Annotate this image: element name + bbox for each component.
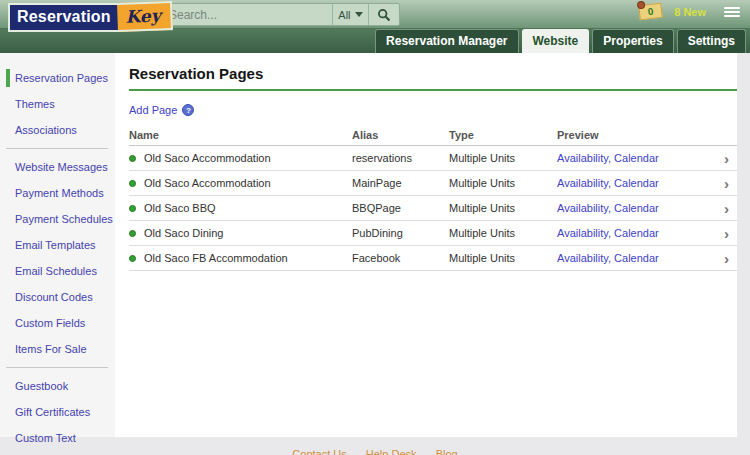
availability-link[interactable]: Availability xyxy=(557,227,608,239)
sidebar-item-email-templates[interactable]: Email Templates xyxy=(0,232,115,258)
calendar-link[interactable]: Calendar xyxy=(614,227,659,239)
calendar-link[interactable]: Calendar xyxy=(614,177,659,189)
page-alias: MainPage xyxy=(352,177,449,189)
sidebar-item-label: Items For Sale xyxy=(15,343,87,355)
footer-link-blog[interactable]: Blog xyxy=(436,448,458,455)
main-nav-tabs: Reservation Manager Website Properties S… xyxy=(0,29,750,53)
sidebar-item-email-schedules[interactable]: Email Schedules xyxy=(0,258,115,284)
page-alias: Facebook xyxy=(352,252,449,264)
status-dot-icon xyxy=(129,155,136,162)
help-icon[interactable]: ? xyxy=(182,104,194,116)
availability-link[interactable]: Availability xyxy=(557,152,608,164)
sidebar-item-discount-codes[interactable]: Discount Codes xyxy=(0,284,115,310)
new-reservations-link[interactable]: 8 New xyxy=(674,6,706,18)
page-name: Old Saco BBQ xyxy=(144,202,216,214)
chevron-down-icon xyxy=(355,12,363,17)
page-name: Old Saco Accommodation xyxy=(144,177,271,189)
column-header-alias: Alias xyxy=(352,129,449,141)
sidebar-item-label: Themes xyxy=(15,98,55,110)
sidebar-divider xyxy=(6,148,108,149)
page-name: Old Saco FB Accommodation xyxy=(144,252,288,264)
calendar-link[interactable]: Calendar xyxy=(614,202,659,214)
sidebar: Reservation Pages Themes Associations We… xyxy=(0,53,115,437)
sidebar-item-label: Gift Certificates xyxy=(15,406,90,418)
search-scope-dropdown[interactable]: All xyxy=(332,4,368,25)
sidebar-item-associations[interactable]: Associations xyxy=(0,117,115,143)
page-type: Multiple Units xyxy=(449,177,557,189)
page-name: Old Saco Accommodation xyxy=(144,152,271,164)
availability-link[interactable]: Availability xyxy=(557,252,608,264)
sidebar-item-label: Email Schedules xyxy=(15,265,97,277)
search-icon xyxy=(377,8,391,22)
search-bar: All xyxy=(160,3,400,26)
calendar-link[interactable]: Calendar xyxy=(614,252,659,264)
availability-link[interactable]: Availability xyxy=(557,177,608,189)
title-divider xyxy=(129,89,737,91)
sidebar-item-label: Discount Codes xyxy=(15,291,93,303)
page-type: Multiple Units xyxy=(449,227,557,239)
sidebar-item-label: Custom Text xyxy=(15,432,76,444)
chevron-right-icon[interactable]: › xyxy=(724,200,729,217)
sidebar-item-themes[interactable]: Themes xyxy=(0,91,115,117)
sidebar-item-label: Associations xyxy=(15,124,77,136)
status-dot-icon xyxy=(129,180,136,187)
status-dot-icon xyxy=(129,230,136,237)
chevron-right-icon[interactable]: › xyxy=(724,175,729,192)
app-logo[interactable]: Reservation Key xyxy=(8,3,173,32)
sidebar-item-label: Custom Fields xyxy=(15,317,85,329)
footer: Contact Us Help Desk Blog xyxy=(0,448,750,455)
logo-text-reservation: Reservation xyxy=(8,3,118,32)
sidebar-divider xyxy=(6,367,108,368)
chevron-right-icon[interactable]: › xyxy=(724,225,729,242)
footer-link-help-desk[interactable]: Help Desk xyxy=(366,448,417,455)
column-header-name: Name xyxy=(129,129,352,141)
table-row[interactable]: Old Saco Accommodation reservations Mult… xyxy=(129,146,737,171)
page-alias: reservations xyxy=(352,152,449,164)
sidebar-item-website-messages[interactable]: Website Messages xyxy=(0,154,115,180)
sidebar-item-guestbook[interactable]: Guestbook xyxy=(0,373,115,399)
sidebar-item-reservation-pages[interactable]: Reservation Pages xyxy=(0,65,115,91)
status-dot-icon xyxy=(129,205,136,212)
footer-link-contact[interactable]: Contact Us xyxy=(292,448,346,455)
page-type: Multiple Units xyxy=(449,202,557,214)
table-row[interactable]: Old Saco FB Accommodation Facebook Multi… xyxy=(129,246,737,271)
tab-website[interactable]: Website xyxy=(522,29,590,53)
sidebar-item-label: Payment Methods xyxy=(15,187,104,199)
active-indicator xyxy=(6,69,10,87)
sidebar-item-label: Payment Schedules xyxy=(15,213,113,225)
table-header-row: Name Alias Type Preview xyxy=(129,124,737,146)
chevron-right-icon[interactable]: › xyxy=(724,150,729,167)
page-type: Multiple Units xyxy=(449,152,557,164)
sidebar-item-items-for-sale[interactable]: Items For Sale xyxy=(0,336,115,362)
search-button[interactable] xyxy=(368,4,399,25)
notification-area: 0 8 New xyxy=(639,4,740,19)
table-row[interactable]: Old Saco BBQ BBQPage Multiple Units Avai… xyxy=(129,196,737,221)
menu-icon[interactable] xyxy=(724,5,740,19)
sidebar-item-payment-schedules[interactable]: Payment Schedules xyxy=(0,206,115,232)
column-header-type: Type xyxy=(449,129,557,141)
main-content: Reservation Pages Add Page ? Name Alias … xyxy=(115,53,737,437)
logo-text-key: Key xyxy=(117,1,173,32)
sidebar-item-label: Reservation Pages xyxy=(15,72,108,84)
table-row[interactable]: Old Saco Dining PubDining Multiple Units… xyxy=(129,221,737,246)
tab-properties[interactable]: Properties xyxy=(592,29,673,53)
sidebar-item-payment-methods[interactable]: Payment Methods xyxy=(0,180,115,206)
column-header-preview: Preview xyxy=(557,129,713,141)
status-dot-icon xyxy=(129,255,136,262)
sidebar-item-label: Email Templates xyxy=(15,239,96,251)
availability-link[interactable]: Availability xyxy=(557,202,608,214)
search-input[interactable] xyxy=(161,4,332,25)
notes-icon[interactable]: 0 xyxy=(638,3,663,21)
sidebar-item-custom-fields[interactable]: Custom Fields xyxy=(0,310,115,336)
reservation-pages-table: Name Alias Type Preview Old Saco Accommo… xyxy=(129,124,737,271)
page-alias: BBQPage xyxy=(352,202,449,214)
tab-settings[interactable]: Settings xyxy=(677,29,746,53)
page-title: Reservation Pages xyxy=(129,65,737,82)
tab-reservation-manager[interactable]: Reservation Manager xyxy=(375,29,518,53)
sidebar-item-gift-certificates[interactable]: Gift Certificates xyxy=(0,399,115,425)
right-gutter xyxy=(737,53,750,437)
add-page-link[interactable]: Add Page xyxy=(129,104,177,116)
chevron-right-icon[interactable]: › xyxy=(724,250,729,267)
table-row[interactable]: Old Saco Accommodation MainPage Multiple… xyxy=(129,171,737,196)
calendar-link[interactable]: Calendar xyxy=(614,152,659,164)
